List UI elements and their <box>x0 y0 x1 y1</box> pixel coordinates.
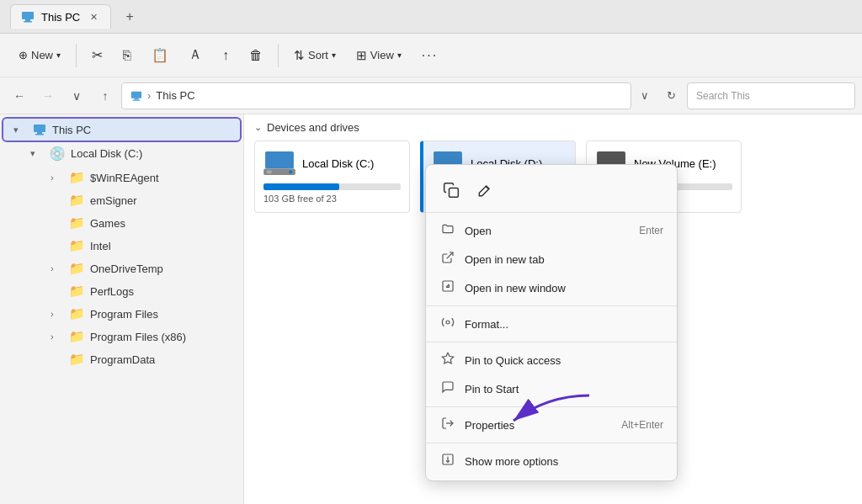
expand-icon-c: ▾ <box>30 148 44 159</box>
cut-button[interactable]: ✂ <box>83 42 111 68</box>
cm-open-left: Open <box>439 222 492 239</box>
cm-properties-label: Properties <box>465 419 514 432</box>
paste-button[interactable]: 📋 <box>143 42 177 68</box>
sidebar-item-this-pc[interactable]: ▾ This PC <box>3 119 240 141</box>
svg-point-25 <box>446 321 450 324</box>
forward-icon: → <box>42 89 54 103</box>
show-more-icon <box>439 453 456 470</box>
drive-c-progress-fill <box>263 183 339 190</box>
folder-icon: 📁 <box>69 215 85 231</box>
svg-rect-6 <box>34 125 45 132</box>
onedrivetemp-label: OneDriveTemp <box>90 263 163 275</box>
intel-label: Intel <box>90 240 111 252</box>
cm-open-new-window-left: Open in new window <box>439 279 566 296</box>
cm-open-shortcut: Enter <box>639 225 663 236</box>
delete-button[interactable]: 🗑 <box>241 43 271 68</box>
cm-open-new-window-label: Open in new window <box>465 282 566 294</box>
back-button[interactable]: ← <box>7 83 32 109</box>
recent-locations-button[interactable]: ∨ <box>64 83 89 109</box>
expand-icon: ▾ <box>13 125 27 135</box>
games-label: Games <box>90 217 125 230</box>
search-box[interactable]: Search This <box>687 82 855 109</box>
sidebar-item-onedrivetemp[interactable]: › 📁 OneDriveTemp <box>44 257 240 279</box>
view-button[interactable]: ⊞ View ▾ <box>348 43 410 68</box>
cm-pin-start-label: Pin to Start <box>465 383 519 395</box>
svg-rect-9 <box>265 151 294 169</box>
cm-properties[interactable]: Properties Alt+Enter <box>426 411 677 439</box>
sidebar-item-program-files[interactable]: › 📁 Program Files <box>44 303 240 325</box>
share-button[interactable]: ↑ <box>214 43 237 68</box>
sidebar-item-winreagent[interactable]: › 📁 $WinREAgent <box>44 167 240 188</box>
sidebar-item-local-disk-c[interactable]: ▾ 💿 Local Disk (C:) <box>20 141 240 166</box>
more-button[interactable]: ··· <box>413 43 446 68</box>
sidebar-item-perflogs[interactable]: 📁 PerfLogs <box>44 280 240 302</box>
svg-rect-1 <box>25 19 30 21</box>
cm-open-new-tab-label: Open in new tab <box>465 253 545 266</box>
address-dropdown-button[interactable]: ∨ <box>635 86 655 106</box>
drive-c-space: 103 GB free of 23 <box>263 194 401 204</box>
svg-line-23 <box>447 252 453 258</box>
this-pc-sidebar-icon <box>32 123 47 136</box>
cm-copy-btn[interactable] <box>436 175 466 205</box>
refresh-button[interactable]: ↻ <box>658 83 684 109</box>
copy-button[interactable]: ⎘ <box>114 43 140 68</box>
cm-pin-quick-access[interactable]: Pin to Quick access <box>426 346 677 374</box>
sidebar-item-games[interactable]: 📁 Games <box>44 212 240 234</box>
tab-label: This PC <box>41 11 80 24</box>
share-icon: ↑ <box>222 48 229 63</box>
svg-rect-5 <box>133 99 141 100</box>
cm-show-more[interactable]: Show more options <box>426 447 677 475</box>
new-button[interactable]: ⊕ New ▾ <box>10 44 69 66</box>
drive-item-c[interactable]: Local Disk (C:) 103 GB free of 23 <box>254 141 410 213</box>
sidebar-item-program-files-x86[interactable]: › 📁 Program Files (x86) <box>44 326 240 347</box>
cm-open-new-tab-left: Open in new tab <box>439 251 545 268</box>
winreagent-label: $WinREAgent <box>90 172 159 184</box>
cm-props-shortcut: Alt+Enter <box>621 419 663 431</box>
folder-icon: 📁 <box>69 329 85 344</box>
emsigner-label: emSigner <box>90 194 137 207</box>
sort-chevron-icon: ▾ <box>332 50 336 60</box>
new-tab-button[interactable]: + <box>118 5 141 29</box>
title-bar: This PC ✕ + <box>0 0 862 34</box>
back-icon: ← <box>13 89 25 103</box>
cm-open-new-window[interactable]: Open in new window <box>426 273 677 302</box>
programdata-label: ProgramData <box>90 353 155 366</box>
this-pc-tab[interactable]: This PC ✕ <box>10 4 111 29</box>
cm-rename-btn[interactable] <box>470 175 500 205</box>
sort-button[interactable]: ⇅ Sort ▾ <box>285 43 344 68</box>
toolbar-separator-1 <box>76 44 77 67</box>
program-files-x86-label: Program Files (x86) <box>90 331 186 343</box>
address-bar[interactable]: › This PC <box>121 82 631 109</box>
cm-pin-start[interactable]: Pin to Start <box>426 374 677 403</box>
refresh-icon: ↻ <box>667 89 676 102</box>
rename-button[interactable]: Ａ <box>180 41 210 69</box>
cm-format-label: Format... <box>465 318 508 331</box>
pin-start-icon <box>439 380 456 397</box>
expand-icon-winre: › <box>51 172 64 183</box>
section-header: ⌄ Devices and drives <box>254 121 852 134</box>
up-button[interactable]: ↑ <box>93 83 118 109</box>
cm-open[interactable]: Open Enter <box>426 216 677 245</box>
toolbar: ⊕ New ▾ ✂ ⎘ 📋 Ａ ↑ 🗑 ⇅ Sort ▾ ⊞ View ▾ ··… <box>0 34 862 77</box>
pin-quick-access-icon <box>439 352 456 369</box>
new-label: New <box>31 49 53 61</box>
cm-format-left: Format... <box>439 316 508 332</box>
sidebar-item-emsigner[interactable]: 📁 emSigner <box>44 189 240 211</box>
cm-format[interactable]: Format... <box>426 310 677 338</box>
svg-rect-7 <box>37 132 42 134</box>
cm-pin-quick-label: Pin to Quick access <box>465 354 561 367</box>
svg-rect-2 <box>24 21 32 23</box>
svg-rect-0 <box>22 12 34 19</box>
sort-icon: ⇅ <box>294 48 305 63</box>
tab-close-button[interactable]: ✕ <box>87 10 100 24</box>
cm-open-new-tab[interactable]: Open in new tab <box>426 245 677 273</box>
up-icon: ↑ <box>103 89 109 103</box>
section-label: Devices and drives <box>267 121 359 134</box>
this-pc-small-icon <box>130 90 142 102</box>
sidebar-item-intel[interactable]: 📁 Intel <box>44 235 240 257</box>
forward-button[interactable]: → <box>35 83 61 109</box>
properties-icon <box>439 416 456 433</box>
sort-label: Sort <box>308 49 328 61</box>
sidebar-item-programdata[interactable]: 📁 ProgramData <box>44 348 240 370</box>
open-new-tab-icon <box>439 251 456 268</box>
